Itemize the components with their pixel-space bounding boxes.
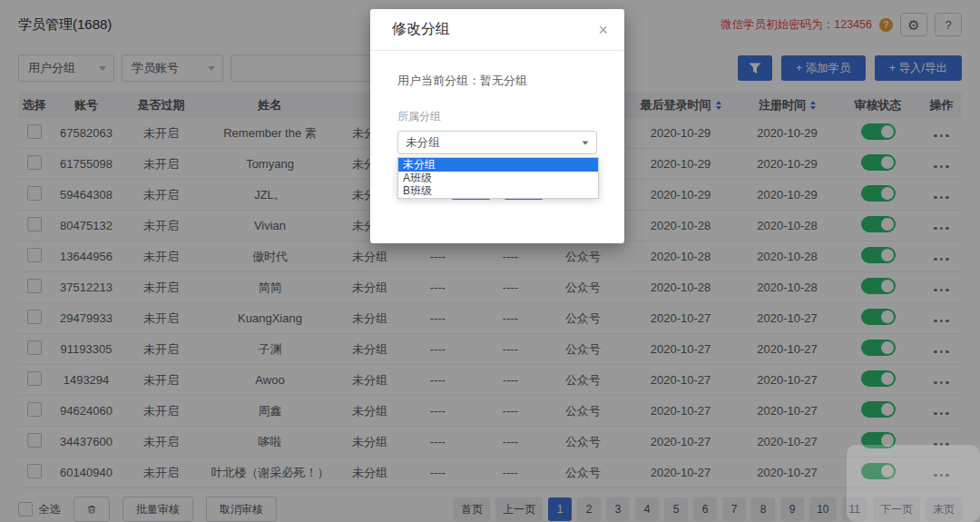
group-select[interactable]: 未分组 bbox=[397, 131, 597, 154]
student-management-page: 学员管理(1688) 微信学员初始密码为：123456 ? ⚙ ? 用户分组 学… bbox=[0, 0, 980, 522]
group-select-value: 未分组 bbox=[406, 135, 440, 151]
highlight-region bbox=[847, 445, 980, 522]
close-icon[interactable]: × bbox=[598, 22, 608, 38]
group-field-label: 所属分组 bbox=[397, 109, 597, 124]
modal-title: 修改分组 bbox=[392, 20, 450, 39]
group-option[interactable]: 未分组 bbox=[398, 158, 598, 172]
group-select-field: 未分组 未分组A班级B班级 bbox=[397, 131, 597, 154]
group-options-list: 未分组A班级B班级 bbox=[397, 157, 599, 199]
group-option[interactable]: B班级 bbox=[398, 184, 598, 198]
modal-header: 修改分组 × bbox=[370, 9, 624, 51]
group-option[interactable]: A班级 bbox=[398, 172, 598, 185]
modify-group-modal: 修改分组 × 用户当前分组：暂无分组 所属分组 未分组 未分组A班级B班级 bbox=[370, 9, 624, 243]
chevron-down-icon bbox=[583, 141, 589, 144]
current-group-text: 用户当前分组：暂无分组 bbox=[397, 73, 597, 89]
modal-body: 用户当前分组：暂无分组 所属分组 未分组 未分组A班级B班级 bbox=[370, 73, 624, 200]
